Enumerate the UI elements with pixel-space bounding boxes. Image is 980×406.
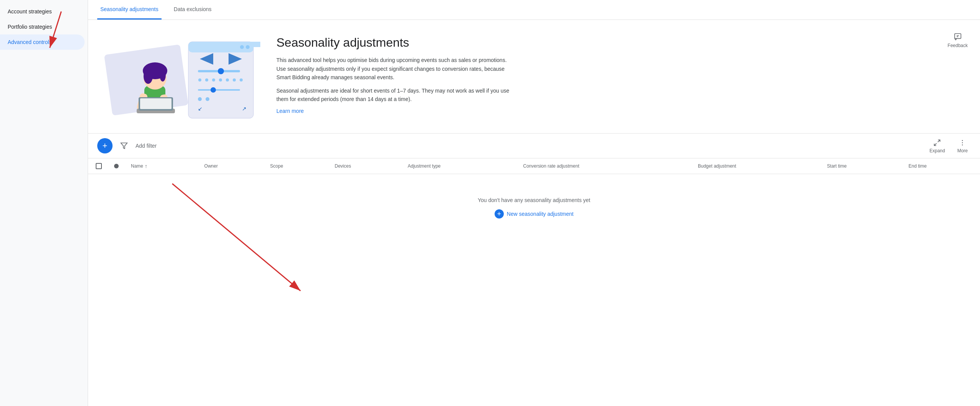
svg-point-25: [226, 78, 229, 82]
hero-description-1: This advanced tool helps you optimise bi…: [276, 56, 514, 82]
status-indicator: [114, 164, 119, 168]
svg-point-24: [219, 78, 222, 82]
main-content: Seasonality adjustments Data exclusions: [88, 0, 980, 406]
svg-point-42: [962, 145, 963, 146]
table-header-row: Name ↑ Owner Scope Devices: [88, 158, 980, 174]
filter-icon: [120, 142, 128, 150]
add-filter-label: Add filter: [136, 143, 157, 149]
filter-icon-button[interactable]: [117, 139, 131, 153]
th-start-time: Start time: [821, 158, 902, 174]
svg-point-41: [962, 142, 963, 143]
svg-point-15: [240, 45, 244, 49]
more-icon: [958, 138, 967, 147]
toolbar-right: Expand More: [926, 137, 971, 155]
hero-section: ↙ ↗ Seasonality adjustments This advance…: [88, 20, 980, 133]
th-name[interactable]: Name ↑: [125, 158, 198, 174]
feedback-button[interactable]: Feedback: [944, 29, 971, 51]
svg-point-27: [240, 78, 243, 82]
checkbox-header: [88, 158, 108, 174]
add-button[interactable]: +: [97, 138, 113, 153]
th-owner: Owner: [198, 158, 264, 174]
svg-rect-14: [195, 42, 260, 47]
sidebar-item-portfolio-strategies[interactable]: Portfolio strategies: [0, 19, 85, 34]
tab-seasonality-adjustments[interactable]: Seasonality adjustments: [97, 0, 162, 20]
svg-point-22: [205, 78, 208, 82]
select-all-checkbox[interactable]: [96, 163, 102, 169]
empty-state-text: You don't have any seasonality adjustmen…: [478, 197, 590, 203]
learn-more-link[interactable]: Learn more: [276, 108, 304, 114]
expand-button[interactable]: Expand: [926, 137, 948, 155]
table-wrapper: Name ↑ Owner Scope Devices: [88, 158, 980, 241]
svg-point-16: [246, 45, 250, 49]
th-end-time: End time: [902, 158, 980, 174]
svg-point-29: [211, 87, 216, 93]
sidebar: Account strategies Portfolio strategies …: [0, 0, 88, 406]
hero-text: Seasonality adjustments This advanced to…: [276, 32, 968, 114]
toolbar: + Add filter Expa: [88, 133, 980, 158]
sidebar-item-label: Portfolio strategies: [8, 24, 52, 30]
th-scope: Scope: [264, 158, 329, 174]
svg-point-5: [144, 68, 153, 84]
add-new-icon: +: [495, 209, 504, 218]
svg-point-6: [160, 69, 166, 82]
tab-data-exclusions[interactable]: Data exclusions: [171, 0, 215, 20]
svg-point-31: [206, 97, 209, 101]
svg-rect-34: [954, 34, 961, 39]
sidebar-item-account-strategies[interactable]: Account strategies: [0, 4, 85, 19]
status-header: [108, 158, 125, 174]
feedback-icon: [953, 32, 962, 41]
svg-point-26: [233, 78, 236, 82]
new-item-label: New seasonality adjustment: [507, 211, 573, 217]
sort-ascending-icon: ↑: [145, 163, 147, 169]
svg-point-30: [198, 97, 202, 101]
th-conversion-rate-adjustment: Conversion rate adjustment: [517, 158, 692, 174]
th-devices: Devices: [328, 158, 402, 174]
empty-state-row: You don't have any seasonality adjustmen…: [88, 174, 980, 242]
svg-line-39: [934, 143, 937, 146]
svg-point-21: [198, 78, 201, 82]
th-adjustment-type: Adjustment type: [402, 158, 517, 174]
sidebar-item-advanced-controls[interactable]: Advanced controls: [0, 34, 85, 50]
svg-rect-11: [140, 98, 172, 109]
empty-state: You don't have any seasonality adjustmen…: [88, 174, 980, 241]
data-table: Name ↑ Owner Scope Devices: [88, 158, 980, 241]
table-body: You don't have any seasonality adjustmen…: [88, 174, 980, 242]
more-label: More: [957, 148, 968, 153]
hero-description-2: Seasonal adjustments are ideal for short…: [276, 86, 514, 104]
svg-point-23: [212, 78, 215, 82]
svg-point-40: [962, 140, 963, 141]
th-budget-adjustment: Budget adjustment: [692, 158, 821, 174]
svg-text:↙: ↙: [198, 106, 203, 112]
expand-icon: [933, 138, 942, 147]
svg-marker-37: [121, 143, 127, 149]
feedback-label: Feedback: [947, 43, 968, 48]
new-seasonality-adjustment-button[interactable]: + New seasonality adjustment: [495, 209, 573, 218]
content-area: ↙ ↗ Seasonality adjustments This advance…: [88, 20, 980, 406]
more-button[interactable]: More: [954, 137, 971, 155]
page-title: Seasonality adjustments: [276, 35, 968, 50]
sidebar-item-label: Advanced controls: [8, 39, 52, 45]
svg-line-38: [938, 140, 940, 142]
svg-rect-28: [198, 89, 240, 91]
svg-text:↗: ↗: [242, 106, 247, 112]
svg-point-20: [218, 68, 224, 74]
sidebar-item-label: Account strategies: [8, 8, 52, 15]
tabs-bar: Seasonality adjustments Data exclusions: [88, 0, 980, 20]
hero-illustration: ↙ ↗: [100, 32, 261, 124]
illustration-svg: ↙ ↗: [100, 34, 261, 122]
expand-label: Expand: [929, 148, 945, 153]
